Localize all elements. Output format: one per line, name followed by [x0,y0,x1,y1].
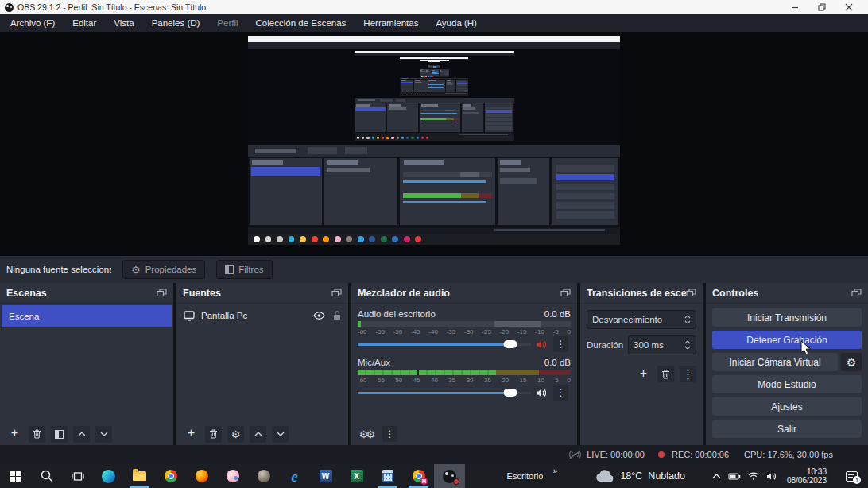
slider-handle[interactable] [504,389,517,397]
volume-slider[interactable] [358,339,531,350]
chevron-up-down-icon[interactable] [684,340,691,350]
scale-tick: -10 [535,376,544,385]
minimize-button[interactable] [790,2,800,12]
menu-paneles[interactable]: Paneles (D) [143,14,209,32]
dock-icon[interactable] [851,289,862,297]
stop-recording-button[interactable]: Detener Grabación [712,331,862,349]
dock-icon[interactable] [331,289,342,297]
start-virtual-camera-button[interactable]: Iniciar Cámara Virtual [712,353,838,371]
preview-detail [377,137,379,139]
move-scene-down-button[interactable] [95,426,112,443]
remove-source-button[interactable] [205,426,222,443]
slider-handle[interactable] [504,340,517,348]
scale-tick: -50 [393,376,403,385]
taskbar-excel[interactable]: X [341,464,372,488]
channel-menu-button[interactable]: ⋮ [553,336,568,352]
start-streaming-button[interactable]: Iniciar Transmisión [712,308,862,327]
desktop-toolbar[interactable]: Escritorio » [507,471,564,481]
settings-button[interactable]: Ajustes [712,397,862,416]
channel-name: Mic/Aux [358,358,390,367]
controls-title: Controles [712,288,758,299]
start-button[interactable] [0,464,31,488]
menu-vista[interactable]: Vista [105,14,142,32]
menu-herramientas[interactable]: Herramientas [355,14,427,32]
lock-icon[interactable] [333,311,341,320]
source-list-item[interactable]: Pantalla Pc [176,304,348,327]
taskbar-calculator[interactable] [372,464,403,488]
source-properties-button[interactable]: ⚙ [227,426,244,443]
volume-icon[interactable] [766,472,777,481]
weather-widget[interactable]: 18°C Nublado [595,470,685,482]
transition-select[interactable]: Desvanecimiento [587,310,696,329]
taskbar-gimp[interactable] [248,464,279,488]
scale-tick: -40 [428,376,438,385]
menu-ayuda[interactable]: Ayuda (H) [427,14,486,32]
taskbar-chrome-profile[interactable]: M [403,464,434,488]
scene-list-item[interactable]: Escena [2,305,172,327]
visibility-eye-icon[interactable] [313,312,325,320]
rec-timer: REC: 00:00:06 [672,450,729,459]
move-source-up-button[interactable] [250,426,266,443]
mute-speaker-icon[interactable] [536,339,548,350]
taskbar-obs[interactable] [434,464,465,488]
dock-icon[interactable] [157,289,167,297]
add-scene-button[interactable]: + [6,426,23,443]
exit-button[interactable]: Salir [712,420,862,438]
taskbar-chrome[interactable] [155,464,186,488]
speaker-icon[interactable] [536,388,548,398]
task-view-button[interactable] [62,464,93,488]
preview-detail [424,95,425,95]
preview-detail [556,211,614,218]
chevron-right-icon[interactable]: » [553,467,558,475]
mixer-menu-button[interactable]: ⋮ [382,426,397,442]
preview-detail [486,114,511,118]
filters-button[interactable]: Filtros [216,260,272,279]
virtual-camera-settings-button[interactable]: ⚙ [841,353,862,371]
preview-detail [346,236,352,242]
menu-perfil[interactable]: Perfil [208,14,246,32]
volume-meter [358,321,571,327]
move-scene-up-button[interactable] [73,426,90,443]
menu-archivo[interactable]: Archivo (F) [2,14,64,32]
taskbar-paint-app[interactable] [217,464,248,488]
file-explorer-icon [133,471,146,481]
dock-icon[interactable] [560,289,571,297]
battery-icon[interactable] [728,473,741,480]
taskbar-firefox[interactable] [186,464,217,488]
taskbar-internet-explorer[interactable]: e [279,464,310,488]
scene-filters-button[interactable] [51,426,68,443]
menu-coleccion-escenas[interactable]: Colección de Escenas [247,14,355,32]
preview-canvas[interactable] [0,32,868,256]
preview-detail [327,160,358,165]
taskbar-edge[interactable] [93,464,124,488]
channel-menu-button[interactable]: ⋮ [553,385,568,401]
weather-temp: 18°C [620,471,642,482]
wifi-icon[interactable] [748,472,759,480]
remove-scene-button[interactable] [29,426,45,443]
transition-menu-button[interactable]: ⋮ [680,366,696,382]
taskbar-clock[interactable]: 10:33 08/06/2023 [787,467,827,485]
advanced-audio-properties-button[interactable]: ⚙⚙ [358,426,374,443]
preview-detail [248,36,620,42]
add-transition-button[interactable]: + [635,366,652,382]
move-source-down-button[interactable] [272,426,289,443]
remove-transition-button[interactable] [657,366,674,382]
taskbar-file-explorer[interactable] [124,464,155,488]
menu-editar[interactable]: Editar [64,14,105,32]
duration-spinbox[interactable]: 300 ms [628,335,696,354]
search-button[interactable] [31,464,62,488]
preview-detail [415,82,423,83]
chevron-up-icon[interactable] [712,474,721,479]
studio-mode-button[interactable]: Modo Estudio [712,375,862,393]
taskbar-word[interactable]: W [310,464,341,488]
action-center-button[interactable]: 1 [839,464,863,488]
restore-button[interactable] [817,2,827,12]
preview-detail [250,158,322,226]
properties-button[interactable]: ⚙ Propiedades [122,260,205,279]
dock-icon[interactable] [686,289,696,297]
close-button[interactable] [844,2,854,12]
preview-detail [355,103,514,132]
volume-slider[interactable] [358,387,531,398]
preview-detail [401,137,404,139]
add-source-button[interactable]: + [183,426,200,443]
